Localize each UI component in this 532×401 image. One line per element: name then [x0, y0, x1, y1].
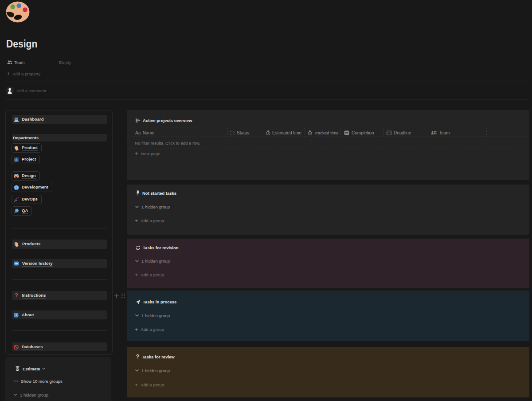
- svg-text:ab: ab: [15, 262, 18, 265]
